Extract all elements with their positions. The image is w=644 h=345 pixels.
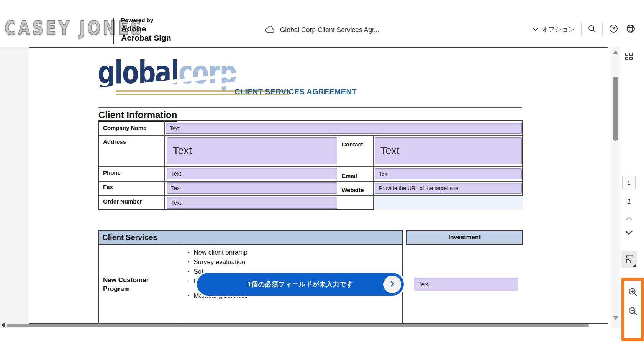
table-line: [99, 166, 522, 167]
table-line: [99, 181, 522, 182]
divider: [602, 23, 603, 35]
zoom-in-icon: [628, 293, 638, 299]
bullet-icon: ▪: [188, 250, 189, 254]
bullet-icon: ▪: [188, 260, 189, 264]
options-label: オプション: [542, 25, 575, 34]
left-gutter: [0, 47, 29, 328]
search-button[interactable]: [588, 25, 596, 34]
help-icon: ?: [609, 24, 618, 34]
globe-icon: [626, 24, 636, 34]
empty-cell: [374, 196, 523, 210]
header-actions: オプション ?: [533, 23, 636, 35]
next-field-button[interactable]: [383, 276, 401, 293]
address-label: Address: [103, 138, 126, 145]
table-line: [99, 135, 522, 136]
adobe-label: Adobe: [121, 24, 171, 33]
app-header: CASEY JONES Powered by Adobe Acrobat Sig…: [0, 0, 644, 47]
chevron-right-icon: [388, 279, 397, 289]
vertical-scrollbar-track[interactable]: [611, 47, 620, 328]
help-button[interactable]: ?: [609, 24, 618, 34]
document-title: Global Corp Client Services Agr...: [280, 26, 380, 34]
acrobat-sign-label: Acrobat Sign: [121, 33, 171, 43]
company-name-field[interactable]: Text: [166, 123, 522, 134]
scroll-down-arrow[interactable]: [613, 316, 618, 320]
next-page-button[interactable]: [625, 230, 633, 236]
zoom-in-button[interactable]: [628, 287, 638, 297]
bullet-text: New client onramp: [193, 249, 247, 256]
client-info-table: Company Name Address Phone Fax Order Num…: [98, 120, 523, 210]
vertical-scrollbar-thumb[interactable]: [613, 77, 618, 141]
thumbnail-grid-button[interactable]: [625, 53, 633, 61]
page-1-button[interactable]: 1: [622, 176, 636, 189]
svg-text:?: ?: [612, 26, 615, 31]
chevron-down-icon: [533, 26, 538, 33]
order-number-label: Order Number: [103, 198, 142, 205]
website-label: Website: [342, 187, 364, 193]
bullet-text: Survey evaluation: [193, 258, 245, 266]
contact-field[interactable]: Text: [375, 137, 522, 164]
zoom-out-icon: [628, 312, 638, 318]
phone-field[interactable]: Text: [167, 168, 337, 179]
previous-page-button[interactable]: [625, 216, 633, 222]
brand-divider: [113, 18, 114, 44]
cloud-icon: [265, 25, 275, 35]
required-field-notification[interactable]: 1個の必須フィールドが未入力です: [197, 273, 404, 296]
fax-field[interactable]: Text: [167, 182, 337, 194]
investment-header: Investment: [406, 230, 523, 245]
grid-icon: [625, 53, 628, 56]
notification-message: 1個の必須フィールドが未入力です: [197, 273, 404, 296]
bullet-icon: ▪: [188, 269, 189, 273]
screen: CASEY JONES Powered by Adobe Acrobat Sig…: [0, 0, 644, 345]
agreement-title: CLIENT SERVICES AGREEMENT: [234, 87, 357, 96]
chevron-down-icon: [625, 230, 633, 236]
table-line: [182, 245, 182, 325]
language-button[interactable]: [626, 24, 636, 34]
bullet-icon: ▪: [188, 294, 189, 297]
divider: [623, 248, 635, 248]
contact-label: Contact: [342, 141, 363, 148]
client-services-header: Client Services: [99, 231, 402, 245]
page-2-button[interactable]: 2: [622, 197, 636, 206]
divider: [581, 23, 582, 35]
corner-triangle-icon: [633, 264, 636, 267]
address-field[interactable]: Text: [167, 137, 337, 164]
fax-label: Fax: [103, 184, 113, 190]
email-field[interactable]: Text: [375, 168, 522, 179]
grid-icon: [625, 57, 628, 60]
order-number-field[interactable]: Text: [167, 197, 337, 209]
website-field[interactable]: Provide the URL of the target site: [375, 183, 522, 194]
table-line: [339, 135, 339, 209]
document-page: globalcorp CLIENT SERVICES AGREEMENT Cli…: [29, 47, 608, 324]
phone-label: Phone: [103, 169, 121, 176]
powered-by-label: Powered by: [121, 17, 171, 23]
table-line: [164, 121, 165, 209]
fit-width-button[interactable]: [621, 251, 637, 268]
new-customer-program-label: New Customer Program: [103, 276, 170, 294]
zoom-controls-highlighted: [621, 278, 644, 341]
list-item: ▪ Survey evaluation: [188, 258, 245, 266]
company-name-label: Company Name: [103, 125, 146, 131]
horizontal-scrollbar[interactable]: [7, 324, 589, 327]
document-title-group: Global Corp Client Services Agr...: [265, 25, 380, 35]
powered-by-block: Powered by Adobe Acrobat Sign: [121, 17, 171, 42]
divider: [98, 107, 522, 108]
list-item: ▪ New client onramp: [188, 249, 247, 256]
search-icon: [588, 25, 596, 34]
chevron-up-icon: [625, 216, 633, 222]
zoom-out-button[interactable]: [628, 306, 638, 317]
investment-field[interactable]: Text: [414, 278, 518, 291]
grid-icon: [629, 57, 633, 60]
hscroll-left-arrow[interactable]: [1, 322, 5, 328]
bullet-icon: ▪: [188, 279, 189, 283]
grid-icon: [629, 53, 633, 56]
scroll-up-arrow[interactable]: [613, 50, 618, 54]
email-label: Email: [342, 172, 357, 179]
options-button[interactable]: オプション: [533, 25, 575, 34]
